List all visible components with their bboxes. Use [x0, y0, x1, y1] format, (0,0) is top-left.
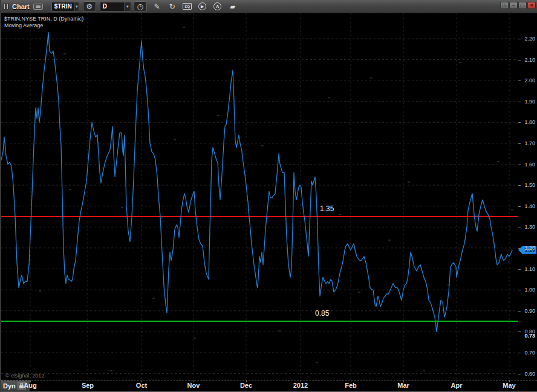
dyn-mode-label: Dyn [3, 382, 16, 390]
price-axis-label: 2.00 [524, 77, 535, 83]
maximize-button[interactable]: ▢ [518, 2, 527, 9]
speckle-mark [39, 290, 41, 292]
price-tick [518, 332, 521, 332]
time-axis-label: Feb [337, 382, 364, 389]
price-tick [518, 248, 521, 249]
quote-box-button[interactable]: EQ [181, 1, 194, 12]
price-axis-label: 1.90 [524, 99, 535, 105]
quote-box-icon: EQ [183, 3, 192, 10]
symbol-link-badge-icon[interactable] [33, 4, 43, 10]
price-axis-label: 2.20 [524, 36, 535, 42]
price-tick [518, 165, 521, 165]
pencil-icon: ✎ [154, 2, 160, 11]
price-tick [518, 311, 521, 312]
price-axis-label: 1.00 [524, 287, 535, 293]
speckle-mark [370, 77, 373, 79]
interval-value: D [100, 3, 124, 10]
speckle-mark [183, 27, 185, 28]
speckle-mark [508, 261, 510, 263]
close-button[interactable]: × [527, 2, 536, 9]
price-axis[interactable]: 1.19 2.202.102.001.901.801.701.601.501.4… [518, 13, 537, 381]
speckle-mark [152, 298, 155, 299]
speckle-mark [261, 145, 264, 146]
symbol-value: $TRIN [52, 3, 74, 10]
price-axis-label: 1.40 [524, 203, 535, 209]
price-axis-label: 2.10 [524, 57, 535, 63]
clock-icon: ◷ [137, 2, 143, 11]
chart-window: Chart $TRIN ▾ ⚙ D ▾ ◷ ✎↻EQ▶A▰ ◳–▢× $TRIN… [0, 0, 537, 392]
time-axis-label: Nov [180, 382, 207, 389]
price-tick [518, 60, 521, 60]
speckle-mark [423, 370, 425, 371]
speckle-mark [63, 53, 66, 54]
speckle-mark [388, 240, 391, 241]
price-tick [518, 227, 521, 227]
auto-a-icon: A [213, 2, 221, 10]
indicator-label: Moving Average [4, 22, 43, 28]
price-axis-label: 0.60 [524, 371, 535, 377]
chart-plot-area[interactable]: $TRIN,NYSE TRIN, D (Dynamic) Moving Aver… [1, 13, 519, 381]
trin-line-series [1, 33, 512, 332]
time-axis-label: 2012 [287, 382, 314, 389]
window-controls: ◳–▢× [500, 2, 536, 9]
time-axis-label: Aug [17, 382, 44, 389]
speckle-mark [511, 209, 513, 211]
pencil-button[interactable]: ✎ [151, 1, 164, 12]
speckle-mark [121, 207, 123, 208]
price-axis-label: 0.90 [524, 308, 535, 314]
play-button[interactable]: ▶ [196, 1, 209, 12]
price-chart[interactable] [1, 13, 519, 381]
chart-title: $TRIN,NYSE TRIN, D (Dynamic) [4, 16, 83, 22]
speckle-mark [358, 292, 360, 293]
speckle-mark [174, 139, 176, 140]
time-axis-label: Dec [233, 382, 259, 389]
price-axis-label: 1.20 [524, 245, 535, 251]
time-axis[interactable]: Dyn AugSepOctNovDec2012FebMarAprMay [1, 380, 537, 391]
time-axis-label: May [496, 382, 522, 389]
speckle-mark [217, 115, 220, 116]
clock-button[interactable]: ◷ [134, 1, 147, 12]
price-tick [518, 290, 521, 290]
speckle-mark [278, 330, 281, 332]
speckle-mark [316, 362, 318, 363]
time-axis-label: Mar [390, 382, 417, 389]
symbol-input[interactable]: $TRIN ▾ [51, 2, 79, 11]
price-tick [518, 143, 521, 144]
price-axis-label: 0.70 [524, 350, 535, 356]
price-axis-label: 1.30 [524, 224, 535, 230]
symbol-dropdown-icon[interactable]: ▾ [74, 2, 79, 11]
price-axis-label: 1.50 [524, 182, 535, 188]
speckle-mark [408, 181, 410, 183]
time-axis-label: Sep [74, 382, 101, 389]
window-title: Chart [12, 3, 30, 10]
price-axis-label: 1.80 [524, 119, 535, 125]
eraser-button[interactable]: ▰ [226, 1, 239, 12]
play-icon: ▶ [198, 2, 206, 10]
interval-input[interactable]: D ▾ [100, 2, 131, 11]
price-tick [518, 102, 521, 102]
minimize-button[interactable]: – [509, 2, 518, 9]
toolbar: Chart $TRIN ▾ ⚙ D ▾ ◷ ✎↻EQ▶A▰ ◳–▢× [1, 0, 537, 13]
speckle-mark [339, 214, 341, 215]
price-tick [518, 80, 521, 81]
chart-window-icon [4, 3, 8, 10]
time-axis-label: Oct [128, 382, 155, 389]
price-tick [518, 122, 521, 123]
popout-button[interactable]: ◳ [500, 2, 509, 9]
price-tick [518, 374, 521, 374]
time-axis-label: Apr [443, 382, 470, 389]
gear-button[interactable]: ⚙ [83, 1, 96, 12]
lower-hline-label: 0.85 [315, 309, 329, 318]
upper-hline-label: 1.35 [320, 204, 334, 213]
refresh-button[interactable]: ↻ [166, 1, 179, 12]
extra-price-label: 0.73 [524, 333, 535, 339]
toolbar-icon-group: ✎↻EQ▶A▰ [151, 1, 241, 12]
price-axis-label: 1.60 [524, 162, 535, 168]
speckle-mark [328, 97, 330, 98]
gear-icon: ⚙ [86, 2, 93, 11]
price-tick [518, 185, 521, 186]
price-tick [518, 206, 521, 207]
speckle-mark [69, 189, 71, 190]
auto-a-button[interactable]: A [211, 1, 224, 12]
interval-dropdown-icon[interactable]: ▾ [124, 2, 131, 11]
